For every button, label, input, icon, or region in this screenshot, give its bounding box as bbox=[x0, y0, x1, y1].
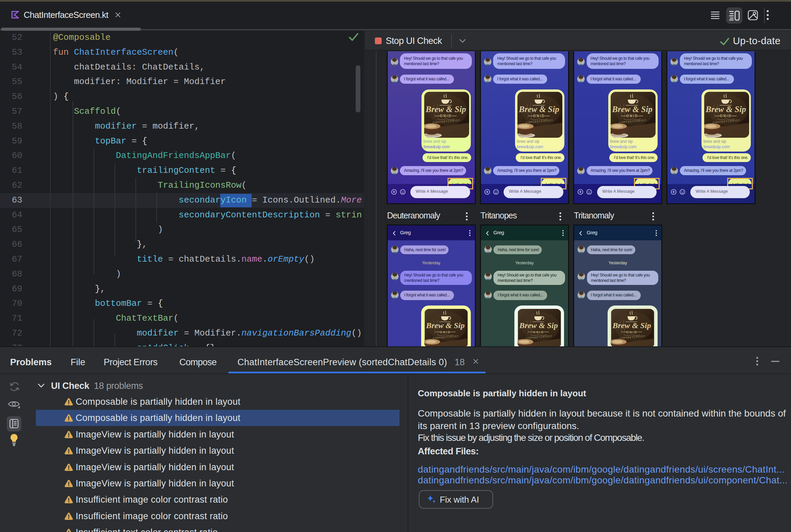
svg-text:Brew & Sip: Brew & Sip bbox=[426, 321, 464, 330]
svg-text:ONID: ONID bbox=[440, 114, 452, 118]
svg-text:ONID: ONID bbox=[626, 114, 638, 118]
svg-text:ONID: ONID bbox=[720, 114, 732, 118]
svg-text:Brew & Sip: Brew & Sip bbox=[612, 321, 651, 330]
svg-text:Brew & Sip: Brew & Sip bbox=[705, 104, 746, 114]
svg-text:ONID: ONID bbox=[440, 330, 451, 334]
svg-text:Brew & Sip: Brew & Sip bbox=[425, 104, 466, 114]
svg-text:ONID: ONID bbox=[533, 114, 545, 118]
svg-text:ONID: ONID bbox=[533, 330, 544, 334]
svg-text:Brew & Sip: Brew & Sip bbox=[518, 104, 559, 114]
svg-text:Brew & Sip: Brew & Sip bbox=[519, 321, 558, 330]
svg-text:Brew & Sip: Brew & Sip bbox=[612, 104, 652, 114]
svg-text:ONID: ONID bbox=[626, 330, 637, 334]
